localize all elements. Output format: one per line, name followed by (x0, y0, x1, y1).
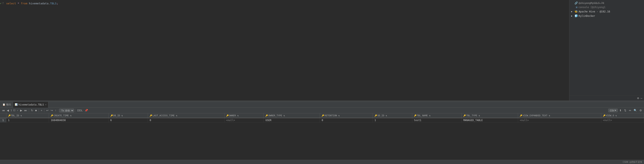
cell-db-id-1[interactable]: 6 (108, 118, 148, 122)
sidebar-footer: ⚙ — (570, 95, 644, 100)
cell-create-time-1[interactable]: 1684084838 (49, 118, 108, 122)
status-text: CSDN @虎鲸不是鱼 (623, 160, 642, 164)
col-view-o[interactable]: 🔑VIEW_O ⇅ (601, 114, 644, 118)
col-tbl-name[interactable]: 🔑TBL_NAME ⇅ (412, 114, 462, 118)
sidebar-item-hive[interactable]: ▶ 🐝 Apache Hive - @192.16 (570, 9, 644, 14)
cell-tbl-type-1[interactable]: MANAGED_TABLE (462, 118, 518, 122)
cell-sd-id-1[interactable]: 1 (373, 118, 412, 122)
col-view-expanded-text[interactable]: 🔑VIEW_EXPANDED_TEXT ⇅ (518, 114, 601, 118)
cell-view-expanded-text-1[interactable]: <null> (518, 118, 601, 122)
results-table: 🔑TBL_ID ⇅ 🔑CREATE_TIME ⇅ 🔑DB_ID ⇅ 🔑LAST_… (0, 114, 644, 122)
table-settings-button[interactable]: ⚙ (638, 108, 643, 112)
sep-1 (29, 109, 29, 112)
operator-star: * (16, 2, 21, 5)
nav-next-button[interactable]: ▶ (19, 108, 23, 112)
row-num-1: 1 (0, 118, 6, 122)
code-area[interactable]: select * from hivemetadata.TBLS; (6, 1, 569, 100)
tab-close-button[interactable]: ✕ (45, 104, 46, 106)
resize-button[interactable]: ⇔ (628, 108, 632, 112)
redo-button[interactable]: ↪ (50, 108, 54, 112)
toolbar-right: CSV ▾ ⬇ ⇅ ⇔ 🔍 ⚙ (608, 108, 643, 112)
console-icon: 🖥 (575, 6, 578, 9)
sep-5 (75, 109, 75, 112)
col-rownum (0, 114, 6, 118)
cell-tbl-id-1[interactable]: 1 (6, 118, 49, 122)
results-toolbar: ⏮ ◀ 1 行 ✓ ▶ ⏭ ↻ ■ + ↩ ↪ ↑ Tx: 自动 DDL 📌 C… (0, 108, 644, 114)
col-last-access-time[interactable]: 🔑LAST_ACCESS_TIME ⇅ (148, 114, 224, 118)
csv-chevron: ▾ (615, 109, 616, 112)
code-schema: hivemetadata. (28, 2, 50, 5)
sep-4 (58, 109, 58, 112)
keyword-select: select (6, 2, 16, 5)
keyword-from: from (21, 2, 27, 5)
col-sd-id[interactable]: 🔑SD_ID ⇅ (373, 114, 412, 118)
kylin-icon: 🧊 (574, 14, 578, 18)
magnify-button[interactable]: 🔍 (633, 108, 638, 112)
mysql-icon: 🔗 (574, 2, 578, 4)
table-header-row: 🔑TBL_ID ⇅ 🔑CREATE_TIME ⇅ 🔑DB_ID ⇅ 🔑LAST_… (0, 114, 644, 118)
sidebar-item-console[interactable]: 🖥 console [@zhiyong1 (570, 5, 644, 9)
code-line-7: select * from hivemetadata.TBLS; (6, 1, 569, 6)
sidebar: 🔗 @zhiyongMySQL5.70 🖥 console [@zhiyong1… (569, 0, 644, 100)
sidebar-label-mysql: @zhiyongMySQL5.70 (579, 2, 604, 4)
filter-button[interactable]: ⇅ (623, 108, 627, 112)
cell-tbl-name-1[interactable]: test1 (412, 118, 462, 122)
editor-content: ✔ 7 select * from hivemetadata.TBLS; (0, 0, 569, 100)
pin-button[interactable]: 📌 (84, 108, 89, 112)
table-row: 1 1 1684084838 6 0 <null> USER 0 1 test1… (0, 118, 644, 122)
cell-last-access-time-1[interactable]: 0 (148, 118, 224, 122)
output-tab-icon: 📋 (2, 103, 6, 106)
up-button[interactable]: ↑ (54, 108, 57, 112)
cell-view-o-1[interactable]: <null> (601, 118, 644, 122)
results-panel: 📋 输出 📊 hivemetadata.TBLS ✕ ⏮ ◀ 1 行 ✓ ▶ ⏭… (0, 102, 644, 164)
code-table: TBLS (50, 2, 56, 5)
col-retention[interactable]: 🔑RETENTION ⇅ (320, 114, 373, 118)
settings-icon[interactable]: ⚙ (637, 96, 639, 100)
sidebar-item-mysql[interactable]: 🔗 @zhiyongMySQL5.70 (570, 1, 644, 5)
tab-output[interactable]: 📋 输出 (1, 102, 13, 108)
line-num-7: 7 (2, 2, 4, 5)
editor-pane: ✔ 7 select * from hivemetadata.TBLS; (0, 0, 569, 100)
col-db-id[interactable]: 🔑DB_ID ⇅ (108, 114, 148, 118)
col-tbl-type[interactable]: 🔑TBL_TYPE ⇅ (462, 114, 518, 118)
col-create-time[interactable]: 🔑CREATE_TIME ⇅ (49, 114, 108, 118)
undo-button[interactable]: ↩ (46, 108, 50, 112)
csv-label: CSV (610, 109, 614, 112)
sidebar-label-kylin: KylinDocker (579, 14, 595, 18)
sidebar-label-hive: Apache Hive - @192.16 (579, 10, 610, 13)
col-owner-type[interactable]: 🔑OWNER_TYPE ⇅ (264, 114, 320, 118)
tab-table-label: hivemetadata.TBLS (18, 103, 44, 106)
cell-owner-type-1[interactable]: USER (264, 118, 320, 122)
nav-first-button[interactable]: ⏮ (1, 108, 6, 112)
tab-hivemetadata-tbls[interactable]: 📊 hivemetadata.TBLS ✕ (13, 102, 48, 108)
download-button[interactable]: ⬇ (618, 108, 622, 112)
nav-last-button[interactable]: ⏭ (24, 108, 28, 112)
arrow-kylin: ▶ (571, 15, 574, 17)
sep-3 (44, 109, 44, 112)
tabs-bar: 📋 输出 📊 hivemetadata.TBLS ✕ (0, 102, 644, 108)
results-table-wrapper[interactable]: 🔑TBL_ID ⇅ 🔑CREATE_TIME ⇅ 🔑DB_ID ⇅ 🔑LAST_… (0, 114, 644, 160)
minimize-icon[interactable]: — (641, 96, 642, 100)
status-bar: CSDN @虎鲸不是鱼 (0, 160, 644, 164)
tx-select[interactable]: Tx: 自动 (59, 109, 74, 112)
stop-button[interactable]: ■ (34, 108, 38, 112)
sidebar-tree: 🔗 @zhiyongMySQL5.70 🖥 console [@zhiyong1… (570, 0, 644, 95)
line-number-7: ✔ 7 (0, 1, 4, 6)
col-tbl-id[interactable]: 🔑TBL_ID ⇅ (6, 114, 49, 118)
arrow-hive: ▶ (571, 10, 574, 13)
col-owner[interactable]: 🔑OWNER ⇅ (224, 114, 264, 118)
sidebar-label-console: console [@zhiyong1 (578, 6, 606, 9)
table-tab-icon: 📊 (15, 103, 18, 106)
cell-owner-1[interactable]: <null> (224, 118, 264, 122)
refresh-button[interactable]: ↻ (30, 108, 34, 112)
csv-button[interactable]: CSV ▾ (608, 109, 618, 112)
row-info-label: 1 行 ✓ (10, 109, 19, 112)
sidebar-item-kylin[interactable]: ▶ 🧊 KylinDocker (570, 14, 644, 18)
add-row-button[interactable]: + (40, 108, 43, 112)
check-icon: ✔ (0, 2, 2, 5)
hive-icon: 🐝 (574, 10, 578, 13)
tab-output-label: 输出 (6, 103, 11, 106)
cell-retention-1[interactable]: 0 (320, 118, 373, 122)
nav-prev-button[interactable]: ◀ (6, 108, 10, 112)
ddl-button[interactable]: DDL (76, 108, 84, 112)
